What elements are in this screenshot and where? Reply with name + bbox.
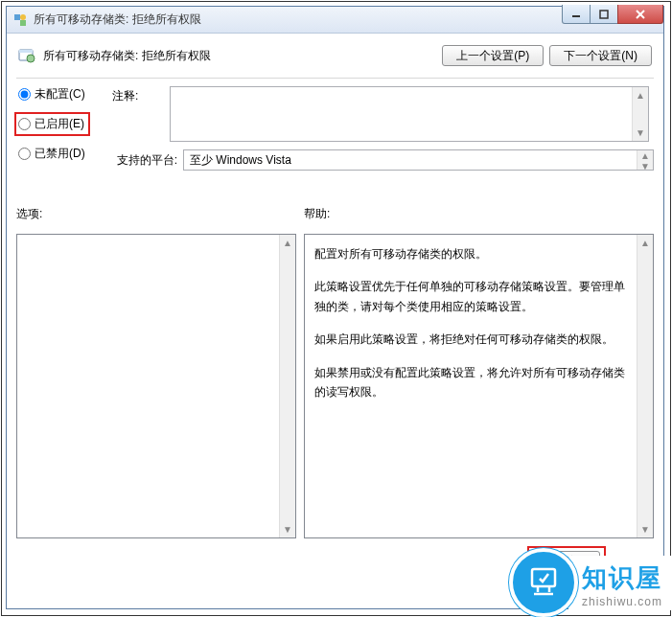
- dialog-window: 所有可移动存储类: 拒绝所有权限 所有可移动存储类: 拒绝所有权限 上一个设置(…: [6, 6, 664, 609]
- svg-point-2: [20, 14, 26, 20]
- supported-platforms-field: 至少 Windows Vista ▲ ▼: [183, 149, 654, 171]
- svg-rect-1: [20, 20, 26, 26]
- scrollbar[interactable]: ▲ ▼: [637, 235, 653, 537]
- svg-rect-0: [14, 14, 20, 20]
- scroll-down-icon[interactable]: ▼: [633, 125, 648, 141]
- help-paragraph: 如果禁用或没有配置此策略设置，将允许对所有可移动存储类的读写权限。: [314, 363, 630, 402]
- watermark: 知识屋 zhishiwu.com: [509, 548, 672, 617]
- options-label: 选项:: [16, 206, 304, 222]
- policy-subtitle: 所有可移动存储类: 拒绝所有权限: [43, 48, 211, 64]
- comment-textarea[interactable]: ▲ ▼: [170, 86, 649, 142]
- help-paragraph: 此策略设置优先于任何单独的可移动存储策略设置。要管理单独的类，请对每个类使用相应…: [314, 277, 630, 316]
- radio-label: 已启用(E): [35, 116, 84, 132]
- scroll-down-icon[interactable]: ▼: [637, 521, 653, 537]
- radio-enabled-input[interactable]: [18, 118, 31, 130]
- scroll-down-icon[interactable]: ▼: [637, 161, 653, 171]
- watermark-name: 知识屋: [582, 561, 662, 595]
- scroll-up-icon[interactable]: ▲: [633, 87, 648, 103]
- maximize-button[interactable]: [590, 5, 618, 24]
- supported-platforms-label: 支持的平台:: [112, 152, 183, 169]
- help-panel: 配置对所有可移动存储类的权限。 此策略设置优先于任何单独的可移动存储策略设置。要…: [304, 234, 654, 538]
- scroll-down-icon[interactable]: ▼: [280, 521, 295, 537]
- svg-line-6: [637, 11, 644, 18]
- app-icon: [12, 12, 28, 28]
- svg-rect-8: [19, 50, 33, 53]
- radio-label: 未配置(C): [35, 86, 85, 103]
- policy-icon: [18, 47, 35, 64]
- radio-not-configured[interactable]: 未配置(C): [18, 86, 112, 103]
- watermark-icon: [509, 548, 578, 617]
- scrollbar[interactable]: ▲ ▼: [637, 150, 653, 170]
- help-paragraph: 配置对所有可移动存储类的权限。: [314, 244, 630, 263]
- highlight-enabled: 已启用(E): [14, 112, 90, 136]
- radio-disabled-input[interactable]: [18, 148, 31, 160]
- help-label: 帮助:: [304, 206, 330, 222]
- prev-setting-button[interactable]: 上一个设置(P): [442, 45, 544, 66]
- help-paragraph: 如果启用此策略设置，将拒绝对任何可移动存储类的权限。: [314, 330, 630, 349]
- radio-enabled[interactable]: 已启用(E): [18, 116, 84, 132]
- svg-point-9: [27, 55, 35, 62]
- radio-label: 已禁用(D): [35, 146, 85, 162]
- comment-label: 注释:: [112, 86, 170, 142]
- svg-line-5: [637, 11, 644, 18]
- radio-disabled[interactable]: 已禁用(D): [18, 146, 112, 162]
- scroll-up-icon[interactable]: ▲: [280, 235, 295, 251]
- options-panel: ▲ ▼: [16, 234, 296, 538]
- radio-not-configured-input[interactable]: [18, 88, 31, 101]
- svg-rect-10: [532, 569, 555, 586]
- watermark-domain: zhishiwu.com: [582, 595, 662, 608]
- divider: [16, 78, 654, 79]
- scroll-up-icon[interactable]: ▲: [637, 235, 653, 251]
- supported-platforms-value: 至少 Windows Vista: [190, 152, 291, 169]
- next-setting-button[interactable]: 下一个设置(N): [549, 45, 652, 66]
- close-button[interactable]: [617, 5, 663, 24]
- scroll-up-icon[interactable]: ▲: [637, 150, 653, 161]
- titlebar[interactable]: 所有可移动存储类: 拒绝所有权限: [7, 7, 663, 34]
- minimize-button[interactable]: [562, 5, 591, 24]
- window-title: 所有可移动存储类: 拒绝所有权限: [34, 11, 201, 28]
- scrollbar[interactable]: ▲ ▼: [279, 235, 295, 537]
- help-content: 配置对所有可移动存储类的权限。 此策略设置优先于任何单独的可移动存储策略设置。要…: [305, 235, 653, 424]
- scrollbar[interactable]: ▲ ▼: [632, 87, 648, 141]
- svg-rect-4: [600, 11, 608, 18]
